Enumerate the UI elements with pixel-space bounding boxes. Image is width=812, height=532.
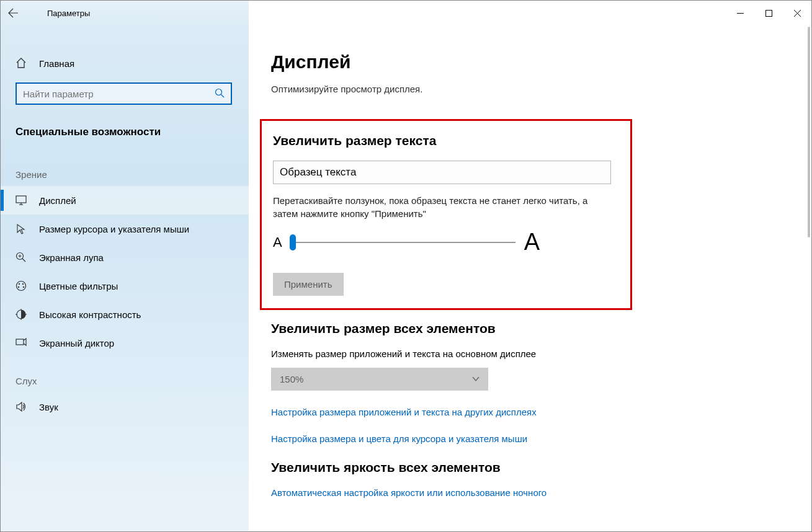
- arrow-left-icon: [8, 8, 18, 18]
- svg-point-16: [23, 286, 24, 288]
- app-title: Параметры: [25, 9, 90, 18]
- category-hearing: Слух: [1, 357, 249, 392]
- scale-select-value: 150%: [280, 374, 303, 384]
- titlebar: Параметры: [1, 1, 811, 25]
- sidebar-section-header: Специальные возможности: [1, 120, 249, 151]
- scale-select[interactable]: 150%: [271, 368, 488, 391]
- close-button[interactable]: [783, 3, 811, 23]
- sidebar-item-label: Дисплей: [39, 195, 76, 206]
- window-controls: [726, 3, 811, 23]
- enlarge-all-heading: Увеличить размер всех элементов: [271, 321, 643, 336]
- text-size-highlight: Увеличить размер текста Образец текста П…: [260, 119, 632, 310]
- link-auto-brightness[interactable]: Автоматическая настройка яркости или исп…: [271, 487, 643, 498]
- settings-window: Параметры Главная: [0, 0, 812, 532]
- minimize-button[interactable]: [726, 3, 754, 23]
- text-size-heading: Увеличить размер текста: [273, 133, 630, 148]
- slider-letter-small: A: [273, 234, 282, 250]
- svg-point-14: [19, 283, 20, 285]
- main-content: Дисплей Оптимизируйте просмотр дисплея. …: [249, 25, 811, 531]
- svg-line-10: [22, 259, 25, 262]
- nav-home-label: Главная: [39, 58, 74, 69]
- sidebar-item-audio[interactable]: Звук: [1, 392, 249, 421]
- sidebar-item-label: Экранный диктор: [39, 338, 114, 348]
- minimize-icon: [737, 10, 744, 17]
- section-enlarge-all: Увеличить размер всех элементов Изменять…: [271, 321, 643, 444]
- text-size-hint: Перетаскивайте ползунок, пока образец те…: [273, 194, 611, 220]
- search-icon: [215, 88, 225, 100]
- link-cursor-size-color[interactable]: Настройка размера и цвета для курсора и …: [271, 433, 643, 444]
- section-brightness: Увеличить яркость всех элементов Автомат…: [271, 460, 643, 498]
- sidebar-item-label: Размер курсора и указателя мыши: [39, 224, 189, 234]
- close-icon: [794, 10, 801, 17]
- search-box[interactable]: [16, 82, 232, 105]
- link-other-displays[interactable]: Настройка размера приложений и текста на…: [271, 407, 643, 417]
- enlarge-all-desc: Изменять размер приложений и текста на о…: [271, 348, 643, 359]
- back-button[interactable]: [1, 1, 25, 25]
- sidebar-item-display[interactable]: Дисплей: [1, 186, 249, 215]
- slider-letter-big: A: [524, 229, 540, 255]
- nav-home[interactable]: Главная: [1, 50, 249, 76]
- home-icon: [16, 58, 27, 69]
- sample-text-box: Образец текста: [273, 161, 611, 184]
- sidebar-item-label: Звук: [39, 402, 58, 412]
- contrast-icon: [16, 309, 27, 320]
- svg-rect-23: [16, 339, 24, 345]
- brightness-heading: Увеличить яркость всех элементов: [271, 460, 643, 475]
- text-size-slider-row: A A: [273, 229, 540, 255]
- svg-point-15: [22, 283, 24, 285]
- window-body: Главная Специальные возможности Зрение Д…: [1, 25, 811, 531]
- apply-button[interactable]: Применить: [273, 273, 344, 296]
- sidebar-item-narrator[interactable]: Экранный диктор: [1, 329, 249, 357]
- monitor-icon: [16, 195, 27, 206]
- sidebar: Главная Специальные возможности Зрение Д…: [1, 25, 249, 531]
- sidebar-item-magnifier[interactable]: Экранная лупа: [1, 243, 249, 272]
- svg-point-17: [18, 286, 19, 288]
- page-subtitle: Оптимизируйте просмотр дисплея.: [271, 84, 811, 94]
- slider-thumb[interactable]: [290, 234, 296, 250]
- sidebar-item-color-filters[interactable]: Цветные фильтры: [1, 272, 249, 300]
- sidebar-item-label: Экранная лупа: [39, 252, 104, 263]
- palette-icon: [16, 280, 27, 291]
- svg-rect-6: [16, 196, 26, 203]
- page-title: Дисплей: [271, 51, 811, 73]
- text-size-slider[interactable]: [291, 242, 515, 243]
- maximize-icon: [765, 10, 772, 17]
- sidebar-item-label: Цветные фильтры: [39, 281, 118, 291]
- svg-point-4: [216, 89, 222, 95]
- sidebar-item-high-contrast[interactable]: Высокая контрастность: [1, 300, 249, 329]
- svg-rect-1: [765, 10, 772, 16]
- sidebar-item-cursor[interactable]: Размер курсора и указателя мыши: [1, 215, 249, 243]
- magnifier-icon: [16, 252, 27, 263]
- cursor-icon: [16, 223, 27, 234]
- narrator-icon: [16, 337, 27, 348]
- category-vision: Зрение: [1, 151, 249, 186]
- sidebar-item-label: Высокая контрастность: [39, 309, 141, 320]
- scrollbar-thumb[interactable]: [808, 27, 810, 237]
- svg-point-13: [17, 282, 26, 291]
- svg-line-5: [221, 94, 225, 97]
- titlebar-left: Параметры: [1, 1, 249, 25]
- speaker-icon: [16, 401, 27, 412]
- chevron-down-icon: [472, 374, 480, 384]
- scrollbar[interactable]: [808, 27, 810, 530]
- maximize-button[interactable]: [754, 3, 783, 23]
- search-input[interactable]: [23, 89, 215, 99]
- search-wrap: [1, 76, 249, 120]
- titlebar-right: [249, 1, 811, 25]
